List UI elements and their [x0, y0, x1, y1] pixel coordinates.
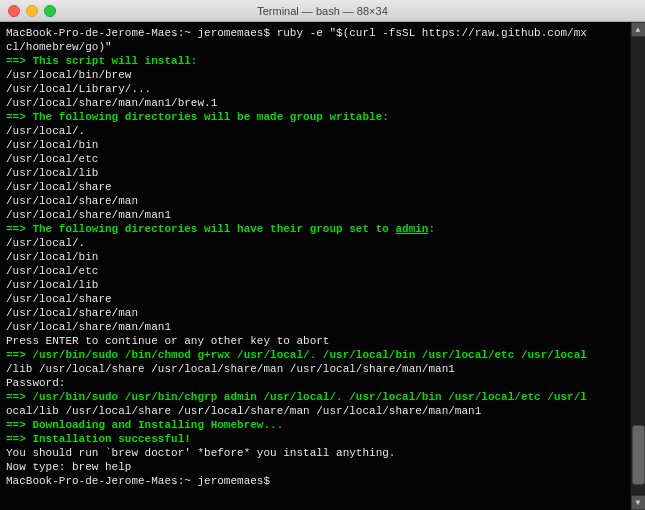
terminal-line: Now type: brew help: [6, 460, 624, 474]
scrollbar[interactable]: ▲ ▼: [630, 22, 645, 510]
terminal-container: MacBook-Pro-de-Jerome-Maes:~ jeromemaes$…: [0, 22, 645, 510]
terminal-line: ocal/lib /usr/local/share /usr/local/sha…: [6, 404, 624, 418]
terminal-line: /usr/local/Library/...: [6, 82, 624, 96]
terminal-line: ==> Downloading and Installing Homebrew.…: [6, 418, 624, 432]
scroll-down-button[interactable]: ▼: [631, 495, 646, 510]
terminal-line: ==> The following directories will have …: [6, 222, 624, 236]
window-title: Terminal — bash — 88×34: [257, 5, 388, 17]
terminal-line: /lib /usr/local/share /usr/local/share/m…: [6, 362, 624, 376]
scroll-up-button[interactable]: ▲: [631, 22, 646, 37]
terminal-line: /usr/local/etc: [6, 152, 624, 166]
terminal-line: ==> The following directories will be ma…: [6, 110, 624, 124]
scrollbar-track[interactable]: [631, 37, 645, 495]
terminal-line: /usr/local/share/man: [6, 306, 624, 320]
terminal-content[interactable]: MacBook-Pro-de-Jerome-Maes:~ jeromemaes$…: [0, 22, 630, 510]
terminal-line: Password:: [6, 376, 624, 390]
terminal-line: MacBook-Pro-de-Jerome-Maes:~ jeromemaes$…: [6, 26, 624, 40]
terminal-line: /usr/local/.: [6, 124, 624, 138]
scrollbar-thumb[interactable]: [632, 425, 645, 485]
terminal-line: ==> This script will install:: [6, 54, 624, 68]
terminal-line: /usr/local/share/man/man1: [6, 208, 624, 222]
terminal-line: /usr/local/lib: [6, 278, 624, 292]
terminal-line: /usr/local/etc: [6, 264, 624, 278]
terminal-line: ==> Installation successful!: [6, 432, 624, 446]
terminal-line: /usr/local/.: [6, 236, 624, 250]
terminal-line: /usr/local/share/man/man1: [6, 320, 624, 334]
terminal-line: You should run `brew doctor' *before* yo…: [6, 446, 624, 460]
maximize-button[interactable]: [44, 5, 56, 17]
minimize-button[interactable]: [26, 5, 38, 17]
terminal-line: ==> /usr/bin/sudo /usr/bin/chgrp admin /…: [6, 390, 624, 404]
terminal-line: /usr/local/bin: [6, 250, 624, 264]
terminal-line: MacBook-Pro-de-Jerome-Maes:~ jeromemaes$: [6, 474, 624, 488]
terminal-line: /usr/local/lib: [6, 166, 624, 180]
terminal-line: /usr/local/bin/brew: [6, 68, 624, 82]
terminal-line: /usr/local/share/man/man1/brew.1: [6, 96, 624, 110]
window-buttons: [0, 5, 56, 17]
title-bar: Terminal — bash — 88×34: [0, 0, 645, 22]
terminal-line: /usr/local/share: [6, 180, 624, 194]
terminal-line: /usr/local/bin: [6, 138, 624, 152]
close-button[interactable]: [8, 5, 20, 17]
terminal-line: Press ENTER to continue or any other key…: [6, 334, 624, 348]
terminal-line: /usr/local/share: [6, 292, 624, 306]
terminal-line: cl/homebrew/go)": [6, 40, 624, 54]
terminal-line: /usr/local/share/man: [6, 194, 624, 208]
terminal-line: ==> /usr/bin/sudo /bin/chmod g+rwx /usr/…: [6, 348, 624, 362]
